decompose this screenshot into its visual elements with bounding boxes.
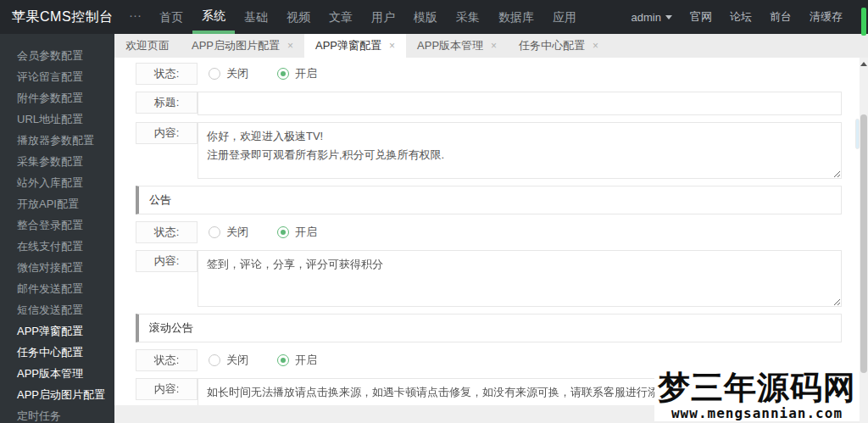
radio-label: 关闭 — [226, 353, 248, 368]
sidebar-item-external-import-config[interactable]: 站外入库配置 — [0, 172, 114, 193]
main-area: 欢迎页面 APP启动图片配置 × APP弹窗配置 × APP版本管理 × 任务中… — [114, 34, 868, 423]
marquee-status-on-option[interactable]: 开启 — [277, 353, 317, 368]
link-official-site[interactable]: 官网 — [690, 9, 712, 25]
sidebar-item-app-version-manage[interactable]: APP版本管理 — [0, 363, 114, 384]
announce-status-row: 状态: 关闭 开启 — [136, 221, 842, 243]
nav-item-system[interactable]: 系统 — [192, 0, 235, 34]
tab-app-popup-config[interactable]: APP弹窗配置 × — [304, 34, 406, 58]
username: admin — [632, 11, 661, 24]
tab-label: 任务中心配置 — [519, 38, 585, 53]
radio-unchecked-icon[interactable] — [209, 68, 220, 80]
close-icon[interactable]: × — [491, 40, 497, 52]
scroll-indicator — [861, 8, 866, 36]
radio-unchecked-icon[interactable] — [209, 354, 220, 366]
radio-label: 关闭 — [226, 225, 248, 240]
announce-content-textarea[interactable]: 签到，评论，分享，评分可获得积分 — [198, 250, 842, 307]
popup-content-textarea[interactable]: 你好，欢迎进入极速TV! 注册登录即可观看所有影片,积分可兑换所有权限. 本站承… — [198, 122, 842, 179]
scrollbar-track[interactable] — [860, 58, 868, 423]
nav-item-article[interactable]: 文章 — [320, 0, 362, 34]
radio-label: 开启 — [295, 225, 317, 240]
scrollbar-thumb[interactable] — [860, 114, 867, 373]
more-menu-icon[interactable]: ··· — [120, 0, 150, 34]
watermark-title: 梦三年源码网 — [658, 371, 856, 405]
nav-item-template[interactable]: 模版 — [404, 0, 447, 34]
announce-status-on-option[interactable]: 开启 — [277, 225, 317, 240]
close-icon[interactable]: × — [389, 40, 395, 52]
tab-label: APP启动图片配置 — [192, 38, 280, 53]
tab-app-splash-config[interactable]: APP启动图片配置 × — [181, 34, 304, 58]
nav-item-basic[interactable]: 基础 — [235, 0, 277, 34]
topbar: 苹果CMS控制台 ··· 首页 系统 基础 视频 文章 用户 模版 采集 数据库… — [0, 0, 868, 34]
status-label: 状态: — [136, 63, 198, 85]
scroll-up-arrow-icon[interactable] — [860, 62, 867, 66]
radio-label: 关闭 — [226, 66, 248, 81]
sidebar-item-app-splash-config[interactable]: APP启动图片配置 — [0, 384, 114, 405]
status-label: 状态: — [136, 349, 198, 371]
content-label: 内容: — [136, 378, 198, 400]
tab-label: 欢迎页面 — [125, 38, 170, 53]
sidebar-item-task-center-config[interactable]: 任务中心配置 — [0, 342, 114, 363]
sidebar-item-oauth-config[interactable]: 整合登录配置 — [0, 214, 114, 236]
tab-task-center-config[interactable]: 任务中心配置 × — [508, 34, 609, 58]
user-menu[interactable]: admin — [632, 11, 672, 24]
watermark-url: www.mengsannian.com — [658, 405, 856, 421]
announce-status-off-option[interactable]: 关闭 — [209, 225, 248, 240]
announce-content-row: 内容: 签到，评论，分享，评分可获得积分 — [136, 250, 842, 307]
sidebar-item-sms-config[interactable]: 短信发送配置 — [0, 299, 114, 320]
tab-label: APP版本管理 — [417, 38, 483, 53]
nav-item-home[interactable]: 首页 — [150, 0, 192, 34]
sidebar-item-collect-config[interactable]: 采集参数配置 — [0, 151, 114, 172]
sidebar-item-url-config[interactable]: URL地址配置 — [0, 109, 114, 130]
title-label: 标题: — [136, 92, 198, 114]
close-icon[interactable]: × — [287, 40, 293, 52]
radio-label: 开启 — [295, 353, 317, 368]
sidebar-item-player-config[interactable]: 播放器参数配置 — [0, 130, 114, 151]
radio-checked-icon[interactable] — [277, 226, 289, 238]
close-icon[interactable]: × — [593, 40, 598, 52]
link-frontend[interactable]: 前台 — [770, 9, 792, 25]
sidebar: 会员参数配置 评论留言配置 附件参数配置 URL地址配置 播放器参数配置 采集参… — [0, 34, 114, 423]
nav-item-apps[interactable]: 应用 — [543, 0, 586, 34]
radio-checked-icon[interactable] — [277, 354, 289, 366]
sidebar-item-comment-config[interactable]: 评论留言配置 — [0, 66, 114, 87]
popup-status-off-option[interactable]: 关闭 — [209, 66, 248, 81]
section-header-marquee: 滚动公告 — [136, 314, 842, 342]
marquee-status-row: 状态: 关闭 开启 — [136, 349, 842, 371]
app-logo: 苹果CMS控制台 — [0, 0, 120, 34]
radio-unchecked-icon[interactable] — [209, 226, 220, 238]
popup-title-row: 标题: — [136, 92, 842, 115]
sidebar-item-wechat-config[interactable]: 微信对接配置 — [0, 257, 114, 278]
nav-item-video[interactable]: 视频 — [277, 0, 320, 34]
nav-item-collect[interactable]: 采集 — [447, 0, 489, 34]
tab-bar: 欢迎页面 APP启动图片配置 × APP弹窗配置 × APP版本管理 × 任务中… — [114, 34, 868, 58]
link-forum[interactable]: 论坛 — [730, 9, 752, 25]
caret-down-icon — [665, 15, 672, 19]
status-label: 状态: — [136, 221, 198, 243]
sidebar-item-payment-config[interactable]: 在线支付配置 — [0, 236, 114, 257]
top-navigation: 首页 系统 基础 视频 文章 用户 模版 采集 数据库 应用 — [150, 0, 586, 34]
sidebar-item-member-config[interactable]: 会员参数配置 — [0, 45, 114, 66]
nav-item-user[interactable]: 用户 — [362, 0, 404, 34]
popup-status-on-option[interactable]: 开启 — [277, 66, 317, 81]
radio-label: 开启 — [295, 66, 317, 81]
nav-item-database[interactable]: 数据库 — [489, 0, 543, 34]
form-content: 状态: 关闭 开启 标题: 内容: 你好，欢迎进入极速TV! 注册登录即可观看所… — [114, 58, 860, 423]
sidebar-item-cron-task[interactable]: 定时任务 — [0, 405, 114, 423]
tab-app-version-manage[interactable]: APP版本管理 × — [406, 34, 508, 58]
sidebar-item-email-config[interactable]: 邮件发送配置 — [0, 278, 114, 299]
tab-label: APP弹窗配置 — [315, 38, 381, 53]
section-header-announce: 公告 — [136, 186, 842, 214]
content-label: 内容: — [136, 250, 198, 272]
topbar-right: admin 官网 论坛 前台 清缓存 — [632, 0, 868, 34]
sidebar-item-open-api-config[interactable]: 开放API配置 — [0, 193, 114, 214]
watermark: 梦三年源码网 www.mengsannian.com — [654, 370, 860, 421]
popup-title-input[interactable] — [198, 92, 842, 115]
marquee-status-off-option[interactable]: 关闭 — [209, 353, 248, 368]
content-label: 内容: — [136, 122, 198, 144]
sidebar-item-app-popup-config[interactable]: APP弹窗配置 — [0, 320, 114, 342]
sidebar-item-attachment-config[interactable]: 附件参数配置 — [0, 87, 114, 109]
tab-welcome[interactable]: 欢迎页面 — [114, 34, 181, 58]
popup-content-row: 内容: 你好，欢迎进入极速TV! 注册登录即可观看所有影片,积分可兑换所有权限.… — [136, 122, 842, 179]
link-clear-cache[interactable]: 清缓存 — [810, 9, 843, 25]
radio-checked-icon[interactable] — [277, 68, 289, 80]
